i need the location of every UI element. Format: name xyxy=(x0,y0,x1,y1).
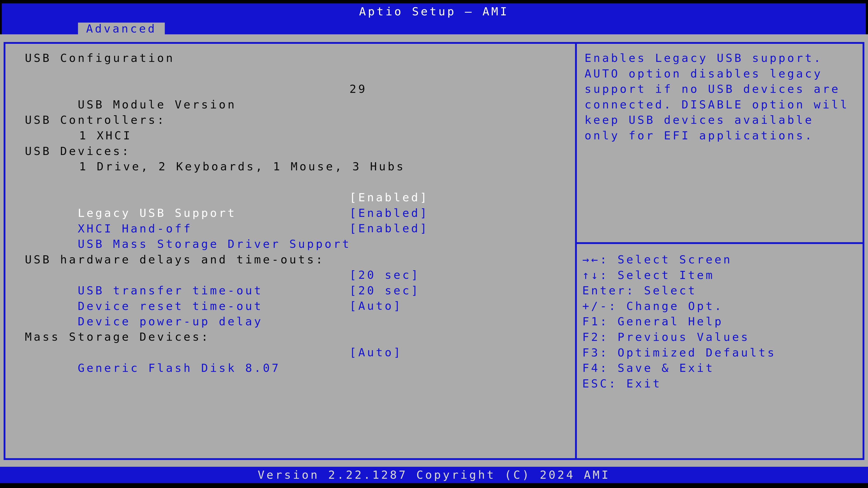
setting-value[interactable]: [20 sec] xyxy=(349,283,420,298)
setting-label: Generic Flash Disk 8.07 xyxy=(78,361,281,375)
row-usb-controllers: USB Controllers: xyxy=(25,112,570,128)
setting-value[interactable]: [Auto] xyxy=(349,345,402,360)
setting-label: USB Mass Storage Driver Support xyxy=(78,237,351,251)
key-legend: →←: Select Screen ↑↓: Select Item Enter:… xyxy=(582,252,860,391)
row-usb-module-version: USB Module Version 29 xyxy=(25,81,570,97)
legend-select-item: ↑↓: Select Item xyxy=(582,267,860,283)
row-value: 29 xyxy=(349,81,367,97)
setting-value[interactable]: [Enabled] xyxy=(349,205,429,221)
section-title-mass-storage-devices: Mass Storage Devices: xyxy=(25,329,570,345)
legend-change-option: +/-: Change Opt. xyxy=(582,298,860,314)
legend-f2-previous-values: F2: Previous Values xyxy=(582,329,860,345)
setting-row-xhci-hand-off[interactable]: XHCI Hand-off [Enabled] xyxy=(25,205,570,221)
setting-label: Device power-up delay xyxy=(78,315,263,328)
help-panel: Enables Legacy USB support. AUTO option … xyxy=(575,42,864,460)
setting-row-usb-transfer-time-out[interactable]: USB transfer time-out [20 sec] xyxy=(25,267,570,283)
row-usb-devices: USB Devices: xyxy=(25,143,570,159)
row-usb-devices-list: 1 Drive, 2 Keyboards, 1 Mouse, 3 Hubs xyxy=(79,159,570,174)
setting-value[interactable]: [Auto] xyxy=(349,298,402,314)
legend-esc-exit: ESC: Exit xyxy=(582,376,860,392)
legend-f3-optimized-defaults: F3: Optimized Defaults xyxy=(582,345,860,361)
help-text: Enables Legacy USB support. AUTO option … xyxy=(585,51,859,143)
bios-setup-screen: Aptio Setup – AMI Advanced USB Configura… xyxy=(0,0,868,488)
setting-row-device-power-up-delay[interactable]: Device power-up delay [Auto] xyxy=(25,298,570,314)
legend-f4-save-exit: F4: Save & Exit xyxy=(582,360,860,376)
setting-row-usb-mass-storage-driver-support[interactable]: USB Mass Storage Driver Support [Enabled… xyxy=(25,221,570,236)
setting-row-legacy-usb-support[interactable]: Legacy USB Support [Enabled] xyxy=(25,190,570,205)
setting-row-generic-flash-disk[interactable]: Generic Flash Disk 8.07 [Auto] xyxy=(25,345,570,360)
help-legend-divider xyxy=(577,242,863,244)
settings-panel: USB Configuration USB Module Version 29 … xyxy=(4,42,577,460)
setting-value[interactable]: [20 sec] xyxy=(349,267,420,283)
row-label: USB Module Version xyxy=(78,98,237,111)
row-xhci-controller: 1 XHCI xyxy=(79,128,570,143)
setting-row-device-reset-time-out[interactable]: Device reset time-out [20 sec] xyxy=(25,283,570,298)
legend-f1-general-help: F1: General Help xyxy=(582,314,860,329)
section-title-usb-configuration: USB Configuration xyxy=(25,51,570,66)
section-title-usb-hardware-delays: USB hardware delays and time-outs: xyxy=(25,252,570,267)
version-bar: Version 2.22.1287 Copyright (C) 2024 AMI xyxy=(0,467,868,483)
setting-value[interactable]: [Enabled] xyxy=(349,190,429,205)
setting-value[interactable]: [Enabled] xyxy=(349,221,429,236)
legend-select-screen: →←: Select Screen xyxy=(582,252,860,267)
tab-advanced[interactable]: Advanced xyxy=(78,23,165,34)
legend-enter-select: Enter: Select xyxy=(582,283,860,298)
page-title: Aptio Setup – AMI xyxy=(0,4,868,19)
